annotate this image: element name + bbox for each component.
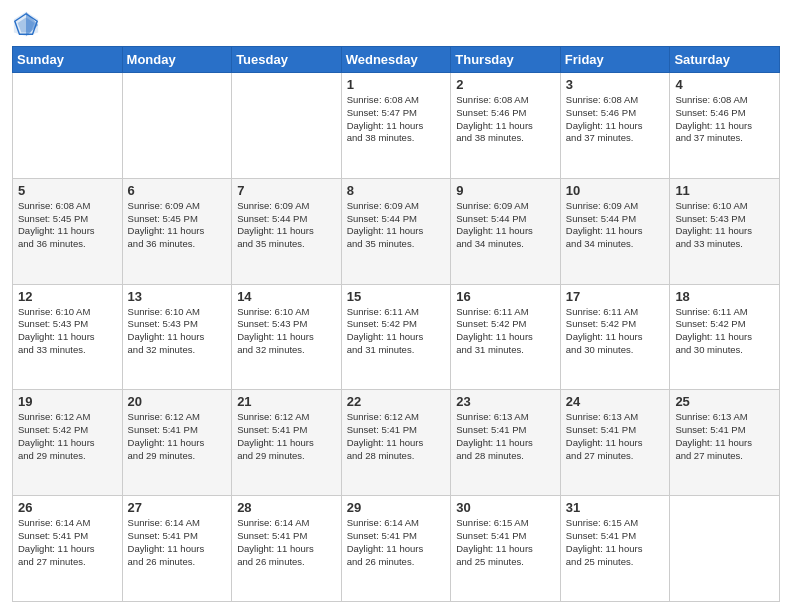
day-number: 1 xyxy=(347,77,446,92)
calendar-cell: 8Sunrise: 6:09 AM Sunset: 5:44 PM Daylig… xyxy=(341,178,451,284)
calendar-cell: 29Sunrise: 6:14 AM Sunset: 5:41 PM Dayli… xyxy=(341,496,451,602)
day-info: Sunrise: 6:12 AM Sunset: 5:41 PM Dayligh… xyxy=(128,411,227,462)
calendar-cell: 3Sunrise: 6:08 AM Sunset: 5:46 PM Daylig… xyxy=(560,73,670,179)
calendar-cell: 20Sunrise: 6:12 AM Sunset: 5:41 PM Dayli… xyxy=(122,390,232,496)
day-info: Sunrise: 6:11 AM Sunset: 5:42 PM Dayligh… xyxy=(347,306,446,357)
day-info: Sunrise: 6:09 AM Sunset: 5:44 PM Dayligh… xyxy=(456,200,555,251)
logo xyxy=(12,10,44,38)
day-number: 6 xyxy=(128,183,227,198)
calendar-cell: 19Sunrise: 6:12 AM Sunset: 5:42 PM Dayli… xyxy=(13,390,123,496)
day-number: 9 xyxy=(456,183,555,198)
day-number: 14 xyxy=(237,289,336,304)
header xyxy=(12,10,780,38)
col-header-monday: Monday xyxy=(122,47,232,73)
calendar-cell: 6Sunrise: 6:09 AM Sunset: 5:45 PM Daylig… xyxy=(122,178,232,284)
day-info: Sunrise: 6:14 AM Sunset: 5:41 PM Dayligh… xyxy=(18,517,117,568)
day-info: Sunrise: 6:10 AM Sunset: 5:43 PM Dayligh… xyxy=(237,306,336,357)
day-info: Sunrise: 6:08 AM Sunset: 5:46 PM Dayligh… xyxy=(456,94,555,145)
calendar-cell: 14Sunrise: 6:10 AM Sunset: 5:43 PM Dayli… xyxy=(232,284,342,390)
day-number: 18 xyxy=(675,289,774,304)
day-number: 27 xyxy=(128,500,227,515)
col-header-sunday: Sunday xyxy=(13,47,123,73)
calendar-cell: 10Sunrise: 6:09 AM Sunset: 5:44 PM Dayli… xyxy=(560,178,670,284)
calendar-cell xyxy=(13,73,123,179)
calendar-cell: 11Sunrise: 6:10 AM Sunset: 5:43 PM Dayli… xyxy=(670,178,780,284)
day-info: Sunrise: 6:12 AM Sunset: 5:42 PM Dayligh… xyxy=(18,411,117,462)
week-row-0: 1Sunrise: 6:08 AM Sunset: 5:47 PM Daylig… xyxy=(13,73,780,179)
day-number: 13 xyxy=(128,289,227,304)
day-number: 28 xyxy=(237,500,336,515)
day-info: Sunrise: 6:14 AM Sunset: 5:41 PM Dayligh… xyxy=(237,517,336,568)
week-row-3: 19Sunrise: 6:12 AM Sunset: 5:42 PM Dayli… xyxy=(13,390,780,496)
day-number: 19 xyxy=(18,394,117,409)
calendar-cell: 13Sunrise: 6:10 AM Sunset: 5:43 PM Dayli… xyxy=(122,284,232,390)
day-number: 11 xyxy=(675,183,774,198)
day-info: Sunrise: 6:14 AM Sunset: 5:41 PM Dayligh… xyxy=(128,517,227,568)
day-info: Sunrise: 6:09 AM Sunset: 5:45 PM Dayligh… xyxy=(128,200,227,251)
calendar-cell: 16Sunrise: 6:11 AM Sunset: 5:42 PM Dayli… xyxy=(451,284,561,390)
day-info: Sunrise: 6:10 AM Sunset: 5:43 PM Dayligh… xyxy=(18,306,117,357)
calendar-cell: 24Sunrise: 6:13 AM Sunset: 5:41 PM Dayli… xyxy=(560,390,670,496)
calendar-cell: 28Sunrise: 6:14 AM Sunset: 5:41 PM Dayli… xyxy=(232,496,342,602)
day-info: Sunrise: 6:13 AM Sunset: 5:41 PM Dayligh… xyxy=(566,411,665,462)
day-info: Sunrise: 6:09 AM Sunset: 5:44 PM Dayligh… xyxy=(237,200,336,251)
calendar-cell: 27Sunrise: 6:14 AM Sunset: 5:41 PM Dayli… xyxy=(122,496,232,602)
calendar-cell: 30Sunrise: 6:15 AM Sunset: 5:41 PM Dayli… xyxy=(451,496,561,602)
col-header-wednesday: Wednesday xyxy=(341,47,451,73)
col-header-saturday: Saturday xyxy=(670,47,780,73)
day-number: 25 xyxy=(675,394,774,409)
day-info: Sunrise: 6:15 AM Sunset: 5:41 PM Dayligh… xyxy=(566,517,665,568)
day-info: Sunrise: 6:10 AM Sunset: 5:43 PM Dayligh… xyxy=(675,200,774,251)
day-number: 5 xyxy=(18,183,117,198)
col-header-friday: Friday xyxy=(560,47,670,73)
day-info: Sunrise: 6:08 AM Sunset: 5:46 PM Dayligh… xyxy=(675,94,774,145)
calendar-cell: 17Sunrise: 6:11 AM Sunset: 5:42 PM Dayli… xyxy=(560,284,670,390)
day-number: 21 xyxy=(237,394,336,409)
day-info: Sunrise: 6:11 AM Sunset: 5:42 PM Dayligh… xyxy=(456,306,555,357)
day-info: Sunrise: 6:14 AM Sunset: 5:41 PM Dayligh… xyxy=(347,517,446,568)
day-number: 8 xyxy=(347,183,446,198)
calendar-cell: 22Sunrise: 6:12 AM Sunset: 5:41 PM Dayli… xyxy=(341,390,451,496)
calendar-cell: 5Sunrise: 6:08 AM Sunset: 5:45 PM Daylig… xyxy=(13,178,123,284)
calendar-cell: 21Sunrise: 6:12 AM Sunset: 5:41 PM Dayli… xyxy=(232,390,342,496)
col-header-thursday: Thursday xyxy=(451,47,561,73)
day-number: 20 xyxy=(128,394,227,409)
day-number: 29 xyxy=(347,500,446,515)
week-row-2: 12Sunrise: 6:10 AM Sunset: 5:43 PM Dayli… xyxy=(13,284,780,390)
day-info: Sunrise: 6:08 AM Sunset: 5:46 PM Dayligh… xyxy=(566,94,665,145)
day-number: 26 xyxy=(18,500,117,515)
week-row-1: 5Sunrise: 6:08 AM Sunset: 5:45 PM Daylig… xyxy=(13,178,780,284)
day-info: Sunrise: 6:08 AM Sunset: 5:45 PM Dayligh… xyxy=(18,200,117,251)
day-info: Sunrise: 6:13 AM Sunset: 5:41 PM Dayligh… xyxy=(456,411,555,462)
calendar-cell xyxy=(232,73,342,179)
calendar-cell: 2Sunrise: 6:08 AM Sunset: 5:46 PM Daylig… xyxy=(451,73,561,179)
day-number: 3 xyxy=(566,77,665,92)
calendar-cell: 12Sunrise: 6:10 AM Sunset: 5:43 PM Dayli… xyxy=(13,284,123,390)
calendar-cell: 15Sunrise: 6:11 AM Sunset: 5:42 PM Dayli… xyxy=(341,284,451,390)
day-number: 7 xyxy=(237,183,336,198)
calendar-cell: 26Sunrise: 6:14 AM Sunset: 5:41 PM Dayli… xyxy=(13,496,123,602)
day-number: 24 xyxy=(566,394,665,409)
calendar-cell: 4Sunrise: 6:08 AM Sunset: 5:46 PM Daylig… xyxy=(670,73,780,179)
day-number: 17 xyxy=(566,289,665,304)
calendar-cell: 1Sunrise: 6:08 AM Sunset: 5:47 PM Daylig… xyxy=(341,73,451,179)
day-info: Sunrise: 6:11 AM Sunset: 5:42 PM Dayligh… xyxy=(675,306,774,357)
day-info: Sunrise: 6:12 AM Sunset: 5:41 PM Dayligh… xyxy=(347,411,446,462)
day-number: 31 xyxy=(566,500,665,515)
day-number: 16 xyxy=(456,289,555,304)
day-info: Sunrise: 6:12 AM Sunset: 5:41 PM Dayligh… xyxy=(237,411,336,462)
logo-icon xyxy=(12,10,40,38)
day-number: 15 xyxy=(347,289,446,304)
calendar-cell: 7Sunrise: 6:09 AM Sunset: 5:44 PM Daylig… xyxy=(232,178,342,284)
main-container: SundayMondayTuesdayWednesdayThursdayFrid… xyxy=(0,0,792,612)
calendar-cell xyxy=(122,73,232,179)
day-number: 23 xyxy=(456,394,555,409)
calendar-table: SundayMondayTuesdayWednesdayThursdayFrid… xyxy=(12,46,780,602)
calendar-cell: 31Sunrise: 6:15 AM Sunset: 5:41 PM Dayli… xyxy=(560,496,670,602)
day-number: 4 xyxy=(675,77,774,92)
day-info: Sunrise: 6:15 AM Sunset: 5:41 PM Dayligh… xyxy=(456,517,555,568)
header-row: SundayMondayTuesdayWednesdayThursdayFrid… xyxy=(13,47,780,73)
day-info: Sunrise: 6:08 AM Sunset: 5:47 PM Dayligh… xyxy=(347,94,446,145)
calendar-cell: 18Sunrise: 6:11 AM Sunset: 5:42 PM Dayli… xyxy=(670,284,780,390)
calendar-cell: 25Sunrise: 6:13 AM Sunset: 5:41 PM Dayli… xyxy=(670,390,780,496)
